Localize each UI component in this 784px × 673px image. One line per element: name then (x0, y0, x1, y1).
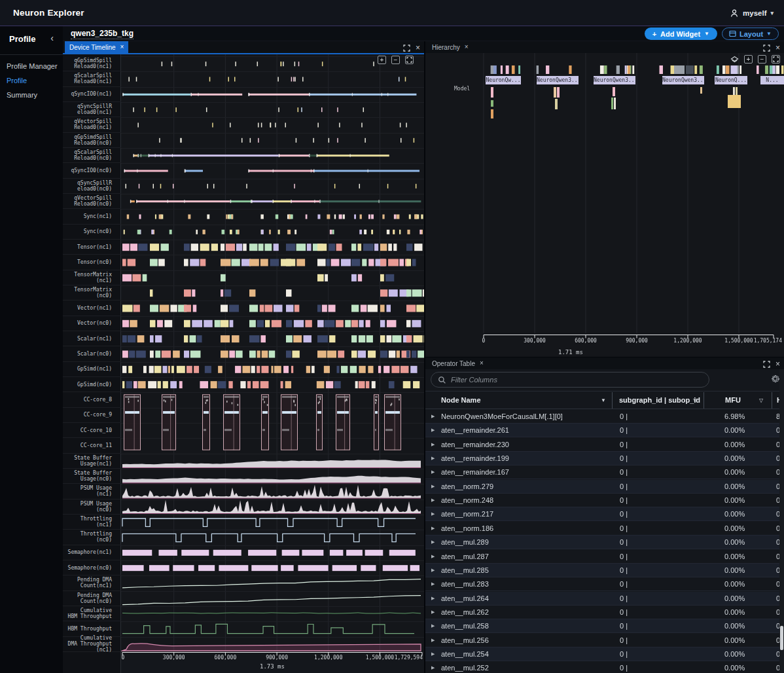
row-expand-icon[interactable]: ▶ (431, 427, 435, 433)
row-expand-icon[interactable]: ▶ (431, 526, 435, 531)
cell-mfu: 0.00% (724, 468, 745, 476)
cell-mfu: 0.00% (724, 650, 745, 658)
close-icon[interactable]: × (775, 359, 780, 369)
row-expand-icon[interactable]: ▶ (431, 651, 435, 657)
expand-icon[interactable] (403, 45, 410, 52)
close-icon[interactable]: × (120, 44, 124, 50)
hierarchy-node[interactable]: NeuronQwen3... (594, 76, 635, 84)
row-expand-icon[interactable]: ▶ (431, 539, 435, 545)
timeline-canvas[interactable] (121, 54, 424, 660)
row-expand-icon[interactable]: ▶ (431, 638, 435, 643)
row-expand-icon[interactable]: ▶ (431, 498, 435, 503)
hierarchy-node[interactable]: NeuronQwen3... (537, 76, 579, 84)
filter-caret-icon[interactable]: ▽ (759, 397, 763, 403)
row-expand-icon[interactable]: ▶ (431, 511, 435, 517)
row-expand-icon[interactable]: ▶ (431, 596, 435, 601)
table-row[interactable]: ▶aten__mul.2850 |0.00%0.0 (425, 564, 784, 577)
column-subgraph[interactable]: subgraph_id | subop_id (619, 396, 700, 404)
timeline-chart[interactable]: + − 0300,000600,000900,0001,200,0001,500… (121, 54, 424, 673)
close-icon[interactable]: × (465, 44, 469, 50)
row-expand-icon[interactable]: ▶ (431, 665, 435, 670)
table-row[interactable]: ▶aten__mul.2830 |0.00%0.0 (425, 577, 784, 591)
cell-node-name: aten__norm.248 (441, 496, 493, 504)
row-expand-icon[interactable]: ▶ (431, 609, 435, 615)
hierarchy-node[interactable]: NeuronQ... (715, 76, 747, 84)
filter-columns-input[interactable] (451, 373, 700, 386)
track-label: qSyncIO0(nc1) (63, 87, 121, 102)
row-expand-icon[interactable]: ▶ (431, 442, 435, 447)
close-icon[interactable]: × (775, 43, 780, 52)
axis-tick-label: 1,200,000 (314, 655, 342, 661)
table-row[interactable]: ▶aten__norm.1860 |0.00%0.0 (425, 522, 784, 536)
user-menu[interactable]: myself ▾ (730, 7, 774, 19)
table-row[interactable]: ▶aten__mul.2520 |0.00%0.0 (425, 661, 784, 673)
hierarchy-node[interactable]: N... (760, 76, 784, 84)
table-row[interactable]: ▶aten__norm.2790 |0.00%0.0 (425, 480, 784, 494)
row-expand-icon[interactable]: ▶ (431, 568, 435, 573)
row-expand-icon[interactable]: ▶ (431, 414, 435, 419)
table-row[interactable]: ▶aten__norm.2170 |0.00%0.0 (425, 507, 784, 521)
column-divider (704, 392, 704, 409)
row-expand-icon[interactable]: ▶ (431, 623, 435, 628)
filter-columns-field (431, 372, 709, 388)
row-expand-icon[interactable]: ▶ (431, 554, 435, 559)
table-row[interactable]: ▶aten__norm.2480 |0.00%0.0 (425, 494, 784, 507)
table-row[interactable]: ▶aten__mul.2540 |0.00%0.0 (425, 647, 784, 661)
cell-mfu: 0.00% (724, 441, 745, 448)
row-expand-icon[interactable]: ▶ (431, 581, 435, 587)
table-row[interactable]: ▶aten__remainder.1990 |0.00%0.0 (425, 452, 784, 465)
row-expand-icon[interactable]: ▶ (431, 469, 435, 475)
tab-operator-table[interactable]: Operator Table × (427, 357, 488, 369)
operator-table-panel: Operator Table × × Node Name ▼ subgraph_… (425, 357, 784, 673)
filter-caret-icon[interactable]: ▽ (693, 397, 697, 403)
gear-icon[interactable] (770, 374, 780, 384)
table-row[interactable]: ▶NeuronQwen3MoeForCausalLM[.1][0]0 |6.98… (425, 410, 784, 424)
zoom-out-button[interactable]: − (758, 55, 766, 64)
column-node-name[interactable]: Node Name (441, 396, 481, 404)
zoom-fit-button[interactable] (405, 56, 414, 64)
table-row[interactable]: ▶aten__mul.2870 |0.00%0.0 (425, 550, 784, 564)
table-row[interactable]: ▶aten__remainder.2300 |0.00%0.0 (425, 438, 784, 452)
add-widget-button[interactable]: + Add Widget ▼ (645, 27, 717, 40)
table-row[interactable]: ▶aten__mul.2580 |0.00%0.0 (425, 619, 784, 633)
zoom-out-button[interactable]: − (391, 56, 400, 64)
layout-button[interactable]: Layout ▼ (722, 27, 779, 40)
profile-tab[interactable]: qwen3_235b_tkg (71, 29, 134, 39)
layers-icon[interactable] (730, 56, 739, 64)
zoom-in-button[interactable]: + (378, 56, 386, 64)
column-divider (772, 392, 772, 409)
column-mfu[interactable]: MFU (725, 396, 741, 404)
scrollbar[interactable] (779, 369, 784, 673)
table-row[interactable]: ▶aten__remainder.2610 |0.00%0.0 (425, 424, 784, 437)
scrollbar-thumb[interactable] (780, 626, 783, 650)
app-title: Neuron Explorer (13, 8, 84, 18)
sidebar-item-summary[interactable]: Summary (0, 88, 63, 102)
zoom-fit-button[interactable] (772, 55, 780, 64)
close-icon[interactable]: × (480, 360, 484, 367)
sidebar-item-profile[interactable]: Profile (0, 73, 63, 88)
row-expand-icon[interactable]: ▶ (431, 484, 435, 489)
expand-icon[interactable] (763, 361, 770, 368)
tab-device-timeline[interactable]: Device Timeline × (65, 41, 128, 53)
zoom-in-button[interactable]: + (744, 55, 753, 64)
cell-mfu: 0.00% (724, 538, 745, 546)
expand-icon[interactable] (763, 45, 770, 52)
table-row[interactable]: ▶aten__mul.2640 |0.00%0.0 (425, 592, 784, 606)
sidebar-item-profile-manager[interactable]: Profile Manager (0, 59, 63, 73)
row-expand-icon[interactable]: ▶ (431, 456, 435, 461)
hierarchy-node[interactable]: NeuronQw... (486, 76, 521, 84)
axis-tick-label: 300,000 (163, 655, 185, 661)
close-icon[interactable]: × (416, 43, 420, 52)
table-row[interactable]: ▶aten__remainder.1670 |0.00%0.0 (425, 465, 784, 479)
sidebar-collapse-icon[interactable]: ‹ (50, 33, 54, 43)
cell-mfu: 0.00% (724, 524, 745, 532)
sidebar: Profile ‹ Profile ManagerProfileSummary (0, 26, 63, 673)
filter-caret-icon[interactable]: ▼ (601, 397, 606, 403)
track-label: Throttling (nc1) (63, 515, 121, 530)
table-row[interactable]: ▶aten__mul.2620 |0.00%0.0 (425, 606, 784, 619)
hierarchy-node[interactable]: NeuronQwen3... (662, 76, 704, 84)
table-row[interactable]: ▶aten__mul.2560 |0.00%0.0 (425, 634, 784, 647)
hierarchy-canvas[interactable] (425, 53, 784, 357)
table-row[interactable]: ▶aten__mul.2890 |0.00%0.0 (425, 536, 784, 549)
tab-hierarchy[interactable]: Hierarchy × (427, 41, 473, 53)
